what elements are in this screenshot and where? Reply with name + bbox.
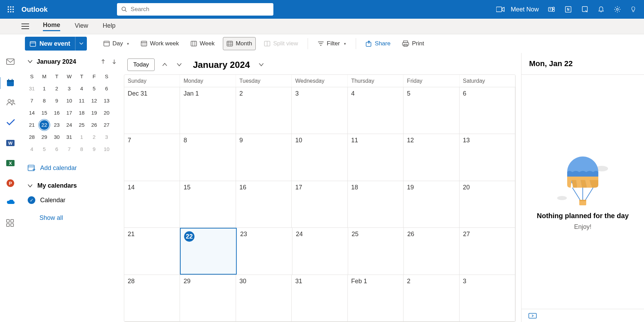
mini-day[interactable]: 29 — [38, 131, 51, 143]
day-cell[interactable]: 3 — [460, 275, 515, 321]
day-cell[interactable]: 19 — [403, 181, 459, 227]
tab-home[interactable]: Home — [43, 21, 60, 31]
day-cell[interactable]: 18 — [348, 181, 403, 227]
day-cell[interactable]: 28 — [124, 275, 180, 321]
view-workweek-button[interactable]: Work week — [137, 37, 182, 50]
day-cell[interactable]: 29 — [180, 275, 236, 321]
mini-day[interactable]: 7 — [63, 143, 75, 155]
day-cell[interactable]: Dec 31 — [124, 87, 180, 134]
day-cell[interactable]: 6 — [460, 87, 515, 134]
mini-day[interactable]: 6 — [51, 143, 63, 155]
day-cell[interactable]: 7 — [124, 134, 180, 180]
mini-day[interactable]: 11 — [75, 95, 88, 107]
day-cell[interactable]: 8 — [180, 134, 236, 180]
mini-day[interactable]: 26 — [88, 119, 100, 131]
mini-day[interactable]: 14 — [26, 107, 38, 119]
rail-people[interactable] — [6, 99, 15, 108]
onenote-icon[interactable]: N — [564, 6, 572, 13]
gear-icon[interactable] — [614, 6, 621, 13]
notes-icon[interactable] — [581, 6, 589, 13]
mini-day[interactable]: 22 — [39, 120, 49, 130]
mini-day[interactable]: 4 — [75, 82, 88, 95]
mini-day[interactable]: 1 — [38, 82, 51, 95]
add-calendar-button[interactable]: Add calendar — [26, 164, 118, 172]
mini-day[interactable]: 2 — [88, 131, 100, 143]
day-cell[interactable]: 11 — [348, 134, 403, 180]
today-button[interactable]: Today — [127, 59, 155, 71]
month-picker-button[interactable] — [257, 61, 266, 69]
mini-day[interactable]: 24 — [63, 119, 75, 131]
day-cell[interactable]: 24 — [292, 228, 348, 274]
new-event-dropdown[interactable] — [75, 37, 87, 51]
my-calendars-header[interactable]: My calendars — [26, 182, 118, 189]
day-cell[interactable]: 13 — [460, 134, 515, 180]
mini-day[interactable]: 10 — [63, 95, 75, 107]
rail-mail[interactable] — [6, 59, 15, 68]
tab-view[interactable]: View — [75, 22, 88, 31]
day-cell[interactable]: 21 — [124, 228, 180, 274]
next-month-button[interactable] — [175, 61, 184, 69]
day-cell[interactable]: 22 — [180, 228, 237, 274]
day-cell[interactable]: 25 — [348, 228, 404, 274]
mini-day[interactable]: 27 — [100, 119, 113, 131]
mini-day[interactable]: 2 — [51, 82, 63, 95]
mini-next-button[interactable] — [111, 58, 118, 65]
mini-day[interactable]: 19 — [88, 107, 100, 119]
mini-day[interactable]: 31 — [63, 131, 75, 143]
chevron-down-icon[interactable] — [28, 60, 33, 63]
mini-day[interactable]: 20 — [100, 107, 113, 119]
day-cell[interactable]: 2 — [236, 87, 292, 134]
day-cell[interactable]: 23 — [237, 228, 292, 274]
new-event-button[interactable]: New event — [25, 37, 87, 51]
day-cell[interactable]: 17 — [292, 181, 347, 227]
mini-day[interactable]: 5 — [38, 143, 51, 155]
day-cell[interactable]: 31 — [292, 275, 347, 321]
bell-icon[interactable] — [598, 6, 605, 13]
print-button[interactable]: Print — [399, 37, 427, 50]
mini-day[interactable]: 25 — [75, 119, 88, 131]
tab-help[interactable]: Help — [103, 22, 116, 31]
mini-day[interactable]: 7 — [26, 95, 38, 107]
day-cell[interactable]: 16 — [236, 181, 292, 227]
mini-day[interactable]: 23 — [51, 119, 63, 131]
mini-day[interactable]: 9 — [51, 95, 63, 107]
rail-powerpoint[interactable]: P — [6, 179, 15, 188]
day-cell[interactable]: 9 — [236, 134, 292, 180]
rail-word[interactable]: W — [6, 139, 15, 148]
day-cell[interactable]: Jan 1 — [180, 87, 236, 134]
mini-day[interactable]: 16 — [51, 107, 63, 119]
day-cell[interactable]: 3 — [292, 87, 347, 134]
rail-todo[interactable] — [6, 119, 15, 128]
mini-day[interactable]: 28 — [26, 131, 38, 143]
app-launcher-button[interactable] — [0, 6, 21, 13]
calendar-item[interactable]: ✓ Calendar — [26, 196, 118, 204]
day-cell[interactable]: 26 — [404, 228, 460, 274]
rail-apps[interactable] — [6, 219, 15, 228]
rail-onedrive[interactable] — [6, 199, 15, 208]
day-cell[interactable]: 27 — [460, 228, 515, 274]
show-all-link[interactable]: Show all — [39, 214, 118, 222]
mini-day[interactable]: 3 — [63, 82, 75, 95]
day-cell[interactable]: 15 — [180, 181, 236, 227]
mini-day[interactable]: 10 — [100, 143, 113, 155]
day-cell[interactable]: 2 — [403, 275, 459, 321]
day-cell[interactable]: 12 — [403, 134, 459, 180]
mini-day[interactable]: 3 — [100, 131, 113, 143]
mini-day[interactable]: 8 — [75, 143, 88, 155]
rail-calendar[interactable] — [6, 79, 15, 88]
mini-day[interactable]: 31 — [26, 82, 38, 95]
lightbulb-icon[interactable] — [630, 5, 636, 14]
filter-button[interactable]: Filter▾ — [314, 37, 350, 50]
mini-day[interactable]: 30 — [51, 131, 63, 143]
day-cell[interactable]: 4 — [348, 87, 403, 134]
day-cell[interactable]: 30 — [236, 275, 292, 321]
view-day-button[interactable]: Day▾ — [100, 37, 133, 50]
view-month-button[interactable]: Month — [223, 37, 256, 50]
mini-day[interactable]: 4 — [26, 143, 38, 155]
rail-excel[interactable]: X — [6, 159, 15, 168]
agenda-footer[interactable] — [521, 309, 644, 322]
mini-day[interactable]: 9 — [88, 143, 100, 155]
meet-now-button[interactable]: Meet Now — [496, 6, 539, 13]
search-input[interactable] — [131, 6, 269, 13]
brand-label[interactable]: Outlook — [21, 6, 48, 14]
